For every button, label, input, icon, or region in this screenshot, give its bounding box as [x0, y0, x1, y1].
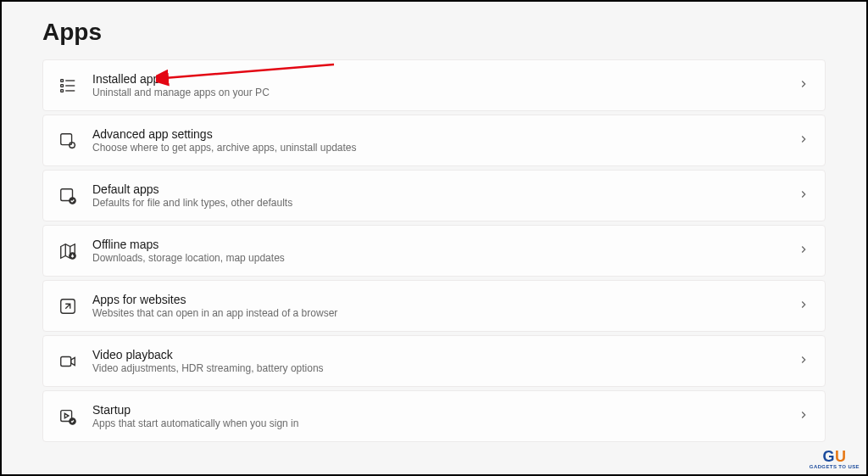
- startup-card[interactable]: Startup Apps that start automatically wh…: [42, 390, 826, 442]
- offline-maps-card[interactable]: Offline maps Downloads, storage location…: [42, 225, 826, 277]
- card-text: Advanced app settings Choose where to ge…: [92, 127, 782, 154]
- card-description: Websites that can open in an app instead…: [92, 307, 782, 319]
- offline-maps-icon: [58, 242, 77, 260]
- card-description: Apps that start automatically when you s…: [92, 417, 782, 429]
- card-text: Apps for websites Websites that can open…: [92, 293, 782, 319]
- card-description: Choose where to get apps, archive apps, …: [92, 142, 782, 154]
- chevron-right-icon: [798, 133, 810, 148]
- chevron-right-icon: [798, 188, 810, 204]
- card-title: Installed apps: [92, 72, 782, 86]
- settings-list: Installed apps Uninstall and manage apps…: [42, 59, 826, 442]
- card-title: Offline maps: [92, 238, 782, 251]
- advanced-app-settings-card[interactable]: Advanced app settings Choose where to ge…: [42, 115, 826, 166]
- card-title: Startup: [92, 403, 782, 417]
- card-text: Offline maps Downloads, storage location…: [92, 238, 782, 264]
- apps-for-websites-card[interactable]: Apps for websites Websites that can open…: [42, 280, 826, 332]
- svg-rect-1: [61, 84, 64, 87]
- video-playback-card[interactable]: Video playback Video adjustments, HDR st…: [42, 335, 826, 387]
- card-description: Downloads, storage location, map updates: [92, 252, 782, 264]
- chevron-right-icon: [798, 354, 810, 369]
- card-title: Video playback: [92, 348, 782, 361]
- startup-icon: [58, 407, 77, 426]
- card-description: Video adjustments, HDR streaming, batter…: [92, 362, 782, 374]
- chevron-right-icon: [798, 409, 810, 424]
- default-apps-card[interactable]: Default apps Defaults for file and link …: [42, 170, 826, 221]
- svg-rect-2: [61, 89, 64, 92]
- svg-rect-0: [61, 79, 64, 81]
- watermark-logo: GU GADGETS TO USE: [810, 449, 860, 469]
- card-text: Video playback Video adjustments, HDR st…: [92, 348, 782, 374]
- card-text: Installed apps Uninstall and manage apps…: [92, 72, 782, 98]
- svg-marker-19: [64, 413, 69, 418]
- card-text: Startup Apps that start automatically wh…: [92, 403, 782, 429]
- apps-for-websites-icon: [58, 297, 77, 316]
- installed-apps-icon: [58, 76, 77, 95]
- card-title: Default apps: [92, 182, 782, 196]
- chevron-right-icon: [798, 299, 810, 314]
- card-title: Apps for websites: [92, 293, 782, 306]
- installed-apps-card[interactable]: Installed apps Uninstall and manage apps…: [42, 59, 826, 111]
- svg-rect-16: [61, 356, 71, 366]
- video-playback-icon: [58, 352, 77, 371]
- advanced-settings-icon: [58, 132, 77, 150]
- page-title: Apps: [42, 19, 826, 46]
- card-text: Default apps Defaults for file and link …: [92, 182, 782, 209]
- card-title: Advanced app settings: [92, 127, 782, 141]
- card-description: Uninstall and manage apps on your PC: [92, 87, 782, 98]
- default-apps-icon: [58, 187, 77, 205]
- card-description: Defaults for file and link types, other …: [92, 197, 782, 209]
- chevron-right-icon: [798, 244, 810, 259]
- chevron-right-icon: [798, 78, 810, 93]
